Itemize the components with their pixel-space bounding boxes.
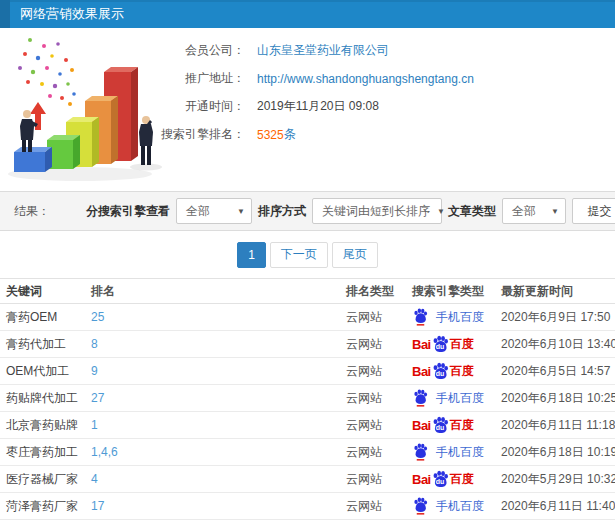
keyword-cell: OEM代加工	[0, 363, 85, 380]
engine-filter-select[interactable]: 全部 ▼	[176, 198, 252, 224]
promo-url-label: 推广地址：	[132, 70, 245, 87]
rank-link[interactable]: 8	[91, 337, 98, 351]
table-row: 北京膏药贴牌 1 云网站 Bai du 百度	[0, 412, 615, 439]
open-time-row: 开通时间： 2019年11月20日 09:08	[132, 93, 615, 120]
member-company-row: 会员公司： 山东皇圣堂药业有限公司	[132, 37, 615, 64]
page-title: 网络营销效果展示	[20, 5, 124, 23]
baidu-paw-text: du	[436, 370, 445, 377]
baidu-logo-suffix: 百度	[450, 363, 474, 380]
engine-cell: Bai du 百度	[398, 416, 495, 435]
baidu-paw-text: du	[436, 478, 445, 485]
rank-cell: 8	[85, 337, 340, 351]
engine-rank-label: 搜索引擎排名：	[132, 126, 245, 143]
mobile-baidu-label: 手机百度	[436, 498, 484, 515]
rank-type-cell: 云网站	[340, 336, 398, 353]
baidu-logo: Bai du 百度	[412, 416, 495, 435]
rank-link[interactable]: 17	[91, 499, 104, 513]
page-header: 网络营销效果展示	[0, 0, 615, 28]
engine-filter-value: 全部	[186, 203, 210, 220]
chevron-down-icon: ▼	[230, 207, 245, 216]
rank-cell: 9	[85, 364, 340, 378]
table-row: OEM代加工 9 云网站 Bai du 百度	[0, 358, 615, 385]
table-body: 膏药OEM 25 云网站	[0, 304, 615, 520]
rank-type-cell: 云网站	[340, 498, 398, 515]
promo-url-link[interactable]: http://www.shandonghuangshengtang.cn	[257, 72, 474, 86]
keyword-cell: 枣庄膏药加工	[0, 444, 85, 461]
rank-type-cell: 云网站	[340, 471, 398, 488]
mobile-baidu-badge: 手机百度	[412, 443, 495, 462]
mobile-baidu-badge: 手机百度	[412, 308, 495, 327]
engine-filter-label: 分搜索引擎查看	[86, 203, 170, 220]
submit-button[interactable]: 提交	[572, 198, 615, 224]
rank-cell: 1,4,6	[85, 445, 340, 459]
mobile-baidu-label: 手机百度	[436, 309, 484, 326]
rank-link[interactable]: 4	[91, 472, 98, 486]
baidu-logo-suffix: 百度	[450, 417, 474, 434]
keyword-cell: 膏药代加工	[0, 336, 85, 353]
baidu-paw-text: du	[436, 343, 445, 350]
updated-cell: 2020年6月10日 13:40	[495, 336, 615, 353]
engine-cell: Bai du 百度	[398, 470, 495, 489]
mobile-baidu-paw-icon	[413, 497, 430, 516]
keyword-cell: 菏泽膏药厂家	[0, 498, 85, 515]
table-row: 枣庄膏药加工 1,4,6 云网站	[0, 439, 615, 466]
baidu-paw-icon: du	[432, 335, 449, 354]
rank-link[interactable]: 1	[91, 418, 98, 432]
keyword-cell: 膏药OEM	[0, 309, 85, 326]
rank-link[interactable]: 27	[91, 391, 104, 405]
baidu-paw-text: du	[436, 424, 445, 431]
table-header-row: 关键词 排名 排名类型 搜索引擎类型 最新更新时间	[0, 278, 615, 304]
keyword-cell: 医疗器械厂家	[0, 471, 85, 488]
baidu-logo-prefix: Bai	[412, 472, 431, 487]
column-header-keyword: 关键词	[0, 283, 85, 300]
member-company-label: 会员公司：	[132, 42, 245, 59]
member-company-link[interactable]: 山东皇圣堂药业有限公司	[257, 42, 389, 59]
baidu-logo-suffix: 百度	[450, 471, 474, 488]
open-time-value: 2019年11月20日 09:08	[257, 98, 379, 115]
updated-cell: 2020年6月9日 17:50	[495, 309, 615, 326]
updated-cell: 2020年5月29日 10:32	[495, 471, 615, 488]
baidu-paw-icon: du	[432, 470, 449, 489]
baidu-logo: Bai du 百度	[412, 362, 495, 381]
pagination: 1 下一页 尾页	[0, 231, 615, 278]
rank-link[interactable]: 25	[91, 310, 104, 324]
baidu-paw-icon: du	[432, 416, 449, 435]
rank-cell: 27	[85, 391, 340, 405]
engine-rank-unit[interactable]: 条	[284, 126, 296, 143]
baidu-logo-prefix: Bai	[412, 337, 431, 352]
mobile-baidu-label: 手机百度	[436, 390, 484, 407]
table-row: 医疗器械厂家 4 云网站 Bai du 百度	[0, 466, 615, 493]
info-section: 会员公司： 山东皇圣堂药业有限公司 推广地址： http://www.shand…	[0, 28, 615, 191]
rank-cell: 1	[85, 418, 340, 432]
updated-cell: 2020年6月11日 11:40	[495, 498, 615, 515]
page-button-current[interactable]: 1	[237, 242, 266, 268]
baidu-paw-icon: du	[432, 362, 449, 381]
mobile-baidu-paw-icon	[413, 443, 430, 462]
rank-link[interactable]: 9	[91, 364, 98, 378]
column-header-rank-type: 排名类型	[340, 283, 398, 300]
engine-cell: Bai du 百度	[398, 362, 495, 381]
rank-cell: 25	[85, 310, 340, 324]
mobile-baidu-badge: 手机百度	[412, 497, 495, 516]
sort-label: 排序方式	[258, 203, 306, 220]
table-row: 膏药OEM 25 云网站	[0, 304, 615, 331]
sort-select[interactable]: 关键词由短到长排序 ▼	[312, 198, 442, 224]
mobile-baidu-badge: 手机百度	[412, 389, 495, 408]
filter-controls: 分搜索引擎查看 全部 ▼ 排序方式 关键词由短到长排序 ▼ 文章类型 全部 ▼ …	[86, 198, 615, 224]
engine-rank-row: 搜索引擎排名： 5325 条	[132, 121, 615, 148]
article-type-label: 文章类型	[448, 203, 496, 220]
column-header-rank: 排名	[85, 283, 340, 300]
keyword-cell: 药贴牌代加工	[0, 390, 85, 407]
table-row: 膏药代加工 8 云网站 Bai du 百度	[0, 331, 615, 358]
baidu-logo-suffix: 百度	[450, 336, 474, 353]
engine-cell: 手机百度	[398, 497, 495, 516]
page-button-last[interactable]: 尾页	[332, 242, 378, 268]
article-type-select[interactable]: 全部 ▼	[502, 198, 566, 224]
page-button-next[interactable]: 下一页	[270, 242, 328, 268]
open-time-label: 开通时间：	[132, 98, 245, 115]
chevron-down-icon: ▼	[430, 207, 445, 216]
engine-cell: 手机百度	[398, 443, 495, 462]
rank-link[interactable]: 1,4,6	[91, 445, 118, 459]
sort-value: 关键词由短到长排序	[322, 203, 430, 220]
promo-url-row: 推广地址： http://www.shandonghuangshengtang.…	[132, 65, 615, 92]
